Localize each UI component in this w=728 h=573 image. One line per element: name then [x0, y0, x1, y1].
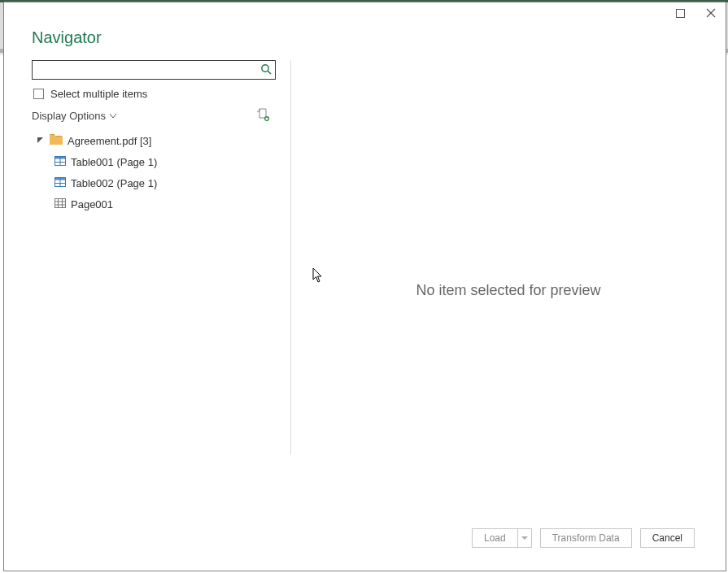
collapse-icon[interactable]: [37, 137, 45, 145]
dialog-title: Navigator: [4, 24, 726, 60]
preview-empty-message: No item selected for preview: [416, 282, 600, 299]
preview-pane: No item selected for preview: [291, 60, 726, 520]
folder-icon: [50, 134, 63, 147]
close-button[interactable]: [701, 5, 721, 21]
cancel-button[interactable]: Cancel: [640, 528, 695, 548]
load-button-label: Load: [484, 532, 506, 544]
navigator-dialog: Navigator Select multiple items Display …: [3, 2, 726, 571]
select-multiple-checkbox[interactable]: [33, 89, 44, 99]
select-multiple-label: Select multiple items: [50, 88, 147, 100]
table-icon: [54, 177, 66, 189]
maximize-button[interactable]: [670, 5, 690, 21]
close-icon: [706, 8, 716, 18]
svg-rect-14: [55, 198, 66, 207]
load-button[interactable]: Load: [472, 528, 517, 548]
load-dropdown-button[interactable]: [517, 528, 532, 548]
tree-item-page001[interactable]: Page001: [32, 193, 279, 215]
table-icon: [54, 156, 66, 168]
svg-point-3: [262, 65, 268, 72]
tree-item-label: Table002 (Page 1): [71, 177, 157, 189]
cancel-button-label: Cancel: [652, 532, 682, 544]
dialog-footer: Load Transform Data Cancel: [4, 520, 726, 571]
tree-root-label: Agreement.pdf [3]: [68, 135, 151, 147]
tree-item-label: Page001: [71, 198, 113, 211]
display-options-dropdown[interactable]: Display Options: [32, 110, 116, 122]
maximize-icon: [676, 9, 685, 18]
tree-item-table002[interactable]: Table002 (Page 1): [32, 172, 279, 193]
tree-root[interactable]: Agreement.pdf [3]: [32, 130, 279, 151]
display-options-label: Display Options: [32, 110, 106, 122]
select-multiple-row[interactable]: Select multiple items: [32, 80, 279, 106]
titlebar: [4, 2, 726, 24]
transform-data-label: Transform Data: [552, 532, 620, 544]
search-input[interactable]: [32, 60, 276, 80]
chevron-down-icon: [521, 536, 528, 540]
refresh-icon[interactable]: [257, 108, 269, 124]
svg-line-4: [268, 71, 271, 74]
chevron-down-icon: [110, 114, 116, 119]
cursor-icon: [312, 267, 324, 288]
tree: Agreement.pdf [3] Table001 (Page 1) Tabl…: [32, 130, 279, 215]
page-icon: [54, 198, 66, 211]
left-pane: Select multiple items Display Options: [4, 60, 290, 520]
svg-rect-0: [676, 9, 684, 17]
transform-data-button[interactable]: Transform Data: [540, 528, 632, 548]
search-icon[interactable]: [260, 63, 272, 78]
tree-item-label: Table001 (Page 1): [71, 156, 157, 168]
tree-item-table001[interactable]: Table001 (Page 1): [32, 151, 279, 172]
